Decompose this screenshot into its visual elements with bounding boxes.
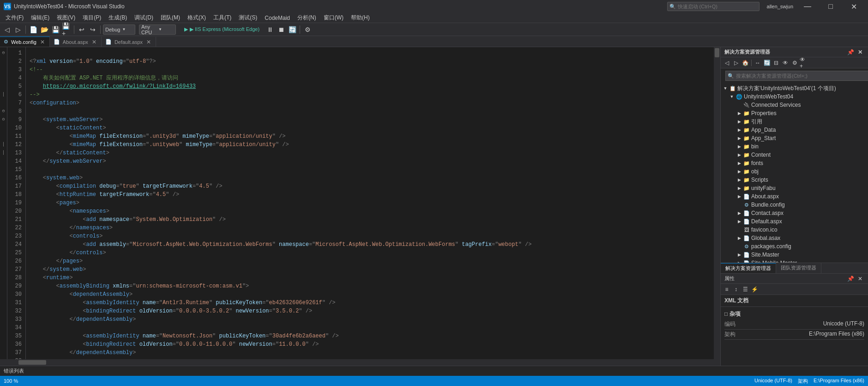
tab-aboutaspx-label: About.aspx bbox=[63, 39, 88, 45]
packages-config-icon: ⚙ bbox=[743, 243, 750, 250]
tree-scripts[interactable]: ▶ 📁 Scripts bbox=[721, 176, 868, 184]
tab-webconfig[interactable]: ⚙ Web.config ✕ bbox=[0, 37, 50, 47]
props-events-btn[interactable]: ⚡ bbox=[750, 285, 759, 294]
tree-app-data[interactable]: ▶ 📁 App_Data bbox=[721, 126, 868, 134]
properties-toolbar: ≡ ↕ ☰ ⚡ bbox=[721, 284, 868, 295]
tab-aboutaspx[interactable]: 📄 About.aspx ✕ bbox=[50, 37, 102, 47]
tab-aboutaspx-icon: 📄 bbox=[54, 39, 60, 45]
search-box[interactable]: 🔍 bbox=[725, 71, 868, 81]
tab-webconfig-icon: ⚙ bbox=[4, 39, 8, 45]
tree-contact-aspx[interactable]: ▶ 📄 Contact.aspx bbox=[721, 209, 868, 217]
menu-edit[interactable]: 编辑(E) bbox=[27, 13, 53, 23]
horizontal-scrollbar[interactable] bbox=[0, 359, 720, 366]
menu-team[interactable]: 团队(M) bbox=[157, 13, 184, 23]
toolbar-redo-btn[interactable]: ↪ bbox=[88, 25, 98, 35]
toolbar-save-btn[interactable]: 💾 bbox=[50, 25, 60, 35]
menu-codemaid[interactable]: CodeMaid bbox=[261, 14, 294, 22]
tree-project-node[interactable]: ▼ 🌐 UnityIntoWebTest04 bbox=[721, 92, 868, 101]
se-preview-btn[interactable]: 👁+ bbox=[800, 59, 808, 67]
menu-view[interactable]: 视图(V) bbox=[53, 13, 79, 23]
menu-build[interactable]: 生成(B) bbox=[105, 13, 131, 23]
favicon-icon: 🖼 bbox=[743, 226, 750, 233]
toolbar-fwd-btn[interactable]: ▷ bbox=[13, 25, 23, 35]
solution-tab[interactable]: 解决方案资源管理器 bbox=[721, 263, 776, 273]
quick-launch-box[interactable]: 🔍 bbox=[667, 2, 760, 11]
se-refresh-btn[interactable]: 🔄 bbox=[763, 59, 771, 67]
tree-site-master[interactable]: ▶ 📄 Site.Master bbox=[721, 251, 868, 259]
props-pin-btn[interactable]: 📌 bbox=[846, 275, 855, 283]
vertical-scrollbar[interactable] bbox=[714, 47, 720, 359]
menu-format[interactable]: 格式(X) bbox=[184, 13, 210, 23]
pause-btn[interactable]: ⏸ bbox=[265, 25, 275, 35]
quick-launch-input[interactable] bbox=[678, 4, 747, 9]
properties-arrow: ▶ bbox=[735, 110, 743, 117]
tree-favicon[interactable]: ▶ 🖼 favicon.ico bbox=[721, 226, 868, 234]
line-numbers: 12345 678910 1112131415 1617181920 21222… bbox=[7, 47, 26, 359]
debug-mode-dropdown[interactable]: Debug ▼ bbox=[103, 25, 135, 35]
menu-window[interactable]: 窗口(W) bbox=[320, 13, 347, 23]
props-prop-btn[interactable]: ☰ bbox=[741, 285, 749, 294]
close-button[interactable]: ✕ bbox=[843, 0, 864, 13]
menu-help[interactable]: 帮助(H) bbox=[347, 13, 374, 23]
menu-file[interactable]: 文件(F) bbox=[2, 13, 27, 23]
tree-properties[interactable]: ▶ 📁 Properties bbox=[721, 109, 868, 117]
se-pin-btn[interactable]: 📌 bbox=[846, 48, 855, 56]
se-filter-btn[interactable]: ⚙ bbox=[790, 59, 799, 67]
global-asax-label: Global.asax bbox=[751, 235, 780, 241]
se-fwd-btn[interactable]: ▷ bbox=[732, 59, 740, 67]
tree-bin[interactable]: ▶ 📁 bin bbox=[721, 142, 868, 151]
tree-app-start[interactable]: ▶ 📁 App_Start bbox=[721, 134, 868, 142]
tree-bundle-config[interactable]: ▶ ⚙ Bundle.config bbox=[721, 201, 868, 209]
tree-site-mobile-master[interactable]: ▶ 📄 Site.Mobile.Master bbox=[721, 259, 868, 263]
tree-about-aspx[interactable]: ▶ 📄 About.aspx bbox=[721, 192, 868, 201]
se-close-btn[interactable]: ✕ bbox=[856, 48, 864, 56]
tab-defaultaspx[interactable]: 📄 Default.aspx ✕ bbox=[102, 37, 156, 47]
tab-webconfig-close[interactable]: ✕ bbox=[39, 39, 46, 45]
se-show-all-btn[interactable]: 👁 bbox=[781, 59, 790, 67]
props-close-btn[interactable]: ✕ bbox=[856, 275, 864, 283]
tab-defaultaspx-close[interactable]: ✕ bbox=[145, 39, 152, 45]
props-alpha-btn[interactable]: ↕ bbox=[732, 285, 740, 294]
settings-btn[interactable]: ⚙ bbox=[302, 25, 313, 35]
tree-content[interactable]: ▶ 📁 Content bbox=[721, 151, 868, 159]
search-input[interactable] bbox=[736, 73, 867, 79]
menu-analyze[interactable]: 分析(N) bbox=[294, 13, 320, 23]
team-tab[interactable]: 团队资源管理器 bbox=[776, 263, 821, 273]
run-button[interactable]: ▶ ▶ IIS Express (Microsoft Edge) bbox=[181, 25, 262, 33]
se-sync-btn[interactable]: ↔ bbox=[753, 59, 762, 67]
tree-packages-config[interactable]: ▶ ⚙ packages.config bbox=[721, 242, 868, 251]
props-categorize-btn[interactable]: ≡ bbox=[723, 285, 731, 294]
site-master-arrow: ▶ bbox=[735, 251, 743, 258]
menu-test[interactable]: 测试(S) bbox=[235, 13, 261, 23]
code-content[interactable]: <?xml version="1.0" encoding="utf-8"?> <… bbox=[26, 47, 714, 359]
tree-global-asax[interactable]: ▶ 📄 Global.asax bbox=[721, 234, 868, 242]
toolbar-undo-btn[interactable]: ↩ bbox=[77, 25, 87, 35]
tree-connected-services[interactable]: ▶ 🔌 Connected Services bbox=[721, 101, 868, 109]
tree-unity-fabu[interactable]: ▶ 📁 unityFabu bbox=[721, 184, 868, 192]
platform-dropdown[interactable]: Any CPU ▼ bbox=[139, 25, 176, 35]
restart-btn[interactable]: 🔄 bbox=[287, 25, 297, 35]
menu-project[interactable]: 项目(P) bbox=[79, 13, 105, 23]
toolbar-save-all-btn[interactable]: 💾+ bbox=[61, 25, 72, 35]
tree-references[interactable]: ▶ 📁 引用 bbox=[721, 117, 868, 126]
tree-default-aspx[interactable]: ▶ 📄 Default.aspx bbox=[721, 217, 868, 226]
menu-tools[interactable]: 工具(T) bbox=[210, 13, 235, 23]
tree-obj[interactable]: ▶ 📁 obj bbox=[721, 167, 868, 176]
editor-content[interactable]: ⊖ | ⊖ ⊖ | | 12345 678910 1112131415 1617… bbox=[0, 47, 720, 359]
toolbar-back-btn[interactable]: ◁ bbox=[2, 25, 12, 35]
menu-debug[interactable]: 调试(D) bbox=[131, 13, 157, 23]
se-home-btn[interactable]: 🏠 bbox=[741, 59, 749, 67]
minimize-button[interactable]: — bbox=[797, 0, 818, 13]
tree-solution-node[interactable]: ▼ 📋 解决方案'UnityIntoWebTest04'(1 个项目) bbox=[721, 84, 868, 92]
tree-fonts[interactable]: ▶ 📁 fonts bbox=[721, 159, 868, 167]
maximize-button[interactable]: □ bbox=[820, 0, 841, 13]
toolbar-new-btn[interactable]: 📄 bbox=[28, 25, 38, 35]
code-folding-gutter: ⊖ | ⊖ ⊖ | | bbox=[0, 47, 7, 359]
site-master-icon: 📄 bbox=[743, 251, 750, 258]
solution-tree[interactable]: ▼ 📋 解决方案'UnityIntoWebTest04'(1 个项目) ▼ 🌐 … bbox=[721, 83, 868, 263]
stop-btn[interactable]: ⏹ bbox=[276, 25, 286, 35]
toolbar-open-btn[interactable]: 📂 bbox=[39, 25, 49, 35]
se-collapse-btn[interactable]: ⊟ bbox=[772, 59, 780, 67]
se-back-btn[interactable]: ◁ bbox=[723, 59, 731, 67]
tab-aboutaspx-close[interactable]: ✕ bbox=[91, 39, 97, 45]
